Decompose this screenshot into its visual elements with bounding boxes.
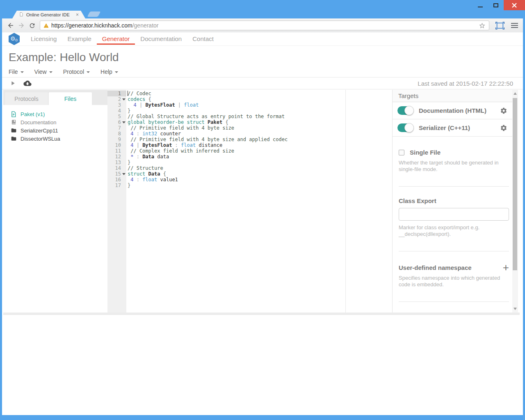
- option-user-defined-namespace: User-defined namespace+Specifies namespa…: [393, 264, 518, 288]
- close-button[interactable]: [504, 0, 525, 10]
- site-logo[interactable]: ⚙ ⚙: [9, 33, 20, 45]
- sidebar-tab-files[interactable]: Files: [49, 92, 92, 105]
- fold-arrow-icon[interactable]: [122, 121, 126, 123]
- code-editor[interactable]: 1234567891011121314151617 // Codeccodecs…: [107, 90, 392, 313]
- close-icon: [512, 3, 517, 8]
- content-bottom-divider: [3, 313, 520, 315]
- gear-icon[interactable]: [500, 124, 507, 132]
- nav-item-contact[interactable]: Contact: [187, 32, 219, 45]
- folder-icon: [11, 128, 17, 133]
- refresh-button[interactable]: [27, 20, 37, 31]
- code-token: 4: [128, 177, 133, 183]
- add-icon[interactable]: +: [503, 264, 509, 271]
- extension-icon[interactable]: [494, 20, 506, 31]
- play-icon: [9, 80, 16, 87]
- browser-menu-icon[interactable]: [509, 20, 520, 31]
- minimize-button[interactable]: [472, 0, 488, 10]
- class-export-input[interactable]: [399, 208, 509, 221]
- gutter-line: 1: [107, 91, 126, 96]
- targets-scrollbar[interactable]: [512, 90, 518, 313]
- gutter-line: 13: [107, 160, 126, 165]
- tree-item-dissectorwslua[interactable]: DissectorWSLua: [11, 135, 107, 143]
- menu-file[interactable]: File: [9, 68, 24, 75]
- option-label[interactable]: Single File: [410, 149, 441, 156]
- browser-toolbar: https://generator.hicknhack.com/generato…: [2, 18, 523, 32]
- code-token: {: [160, 171, 166, 177]
- nav-item-example[interactable]: Example: [62, 32, 96, 45]
- forward-button[interactable]: [16, 20, 27, 31]
- code-token: global byteorder-be struct: [128, 119, 208, 125]
- toggle-switch[interactable]: [397, 123, 413, 132]
- code-token: }: [128, 183, 130, 188]
- folder-icon: [11, 136, 17, 142]
- code-line: 4 | BytesFloat | float: [128, 102, 392, 108]
- browser-window: Online Generator IDE × https://generator…: [0, 0, 525, 420]
- bookmark-star-icon[interactable]: [479, 22, 486, 29]
- code-token: Data: [148, 171, 160, 177]
- line-number: 5: [118, 114, 121, 119]
- code-line: }: [128, 108, 392, 114]
- code-token: 4: [128, 131, 133, 137]
- nav-item-licensing[interactable]: Licensing: [25, 32, 62, 45]
- tree-item-serializercpp11[interactable]: SerializerCpp11: [11, 126, 107, 135]
- code-token: Data: [142, 154, 154, 160]
- fold-arrow-icon[interactable]: [122, 173, 126, 175]
- editor-gutter: 1234567891011121314151617: [107, 90, 126, 313]
- code-token: Paket: [208, 119, 222, 125]
- scrollbar-thumb[interactable]: [513, 98, 517, 270]
- code-line: }: [128, 183, 392, 188]
- tab-close-icon[interactable]: ×: [76, 12, 79, 17]
- menu-protocol[interactable]: Protocol: [63, 68, 90, 75]
- site-nav-items: LicensingExampleGeneratorDocumentationCo…: [25, 35, 219, 43]
- targets-panel: Targets Documentation (HTML)Serializer (…: [392, 90, 518, 313]
- checkbox-row: Single File: [399, 149, 509, 156]
- divider: [399, 186, 509, 187]
- site-navigation: ⚙ ⚙ LicensingExampleGeneratorDocumentati…: [2, 32, 523, 46]
- scroll-down-icon[interactable]: [514, 308, 517, 310]
- tree-item-paket-v1[interactable]: PPaket (v1): [11, 110, 107, 118]
- gear-icon: ⚙: [15, 39, 18, 42]
- caret-down-icon: [49, 71, 52, 73]
- code-token: // Primitive field with 4 byte size: [128, 125, 234, 131]
- address-bar[interactable]: https://generator.hicknhack.com/generato…: [40, 21, 489, 30]
- new-tab-button[interactable]: [87, 11, 101, 17]
- cloud-download-icon: [23, 80, 32, 87]
- code-token: *: [128, 154, 133, 160]
- tree-item-label: Paket (v1): [21, 111, 45, 117]
- cloud-download-button[interactable]: [23, 80, 32, 87]
- menu-help[interactable]: Help: [100, 68, 118, 75]
- toggle-switch[interactable]: [397, 106, 413, 115]
- checkbox-single-file[interactable]: [399, 150, 404, 155]
- last-saved-text: Last saved at 2015-02-17 22:22:50: [418, 80, 513, 87]
- code-token: BytesFloat: [142, 142, 172, 148]
- fold-arrow-icon[interactable]: [122, 98, 126, 100]
- line-number: 8: [118, 131, 121, 137]
- nav-item-generator[interactable]: Generator: [97, 32, 135, 45]
- caret-down-icon: [115, 71, 118, 73]
- code-line: // Complex field with inferred size: [128, 148, 392, 154]
- code-token: :: [133, 131, 142, 137]
- gear-icon[interactable]: [500, 107, 507, 114]
- code-line: 4 : int32 counter: [128, 131, 392, 137]
- gutter-line: 3: [107, 102, 126, 108]
- option-label: User-defined namespace: [399, 264, 472, 271]
- caret-down-icon: [87, 71, 90, 73]
- scroll-up-icon[interactable]: [514, 92, 517, 95]
- line-number: 17: [115, 183, 121, 188]
- minimize-icon: [478, 7, 483, 7]
- maximize-button[interactable]: [488, 0, 504, 10]
- divider: [399, 301, 509, 302]
- run-button[interactable]: [9, 80, 16, 87]
- code-token: counter: [157, 131, 181, 137]
- back-button[interactable]: [5, 20, 16, 31]
- nav-item-documentation[interactable]: Documentation: [135, 32, 187, 45]
- menu-view[interactable]: View: [34, 68, 52, 75]
- sidebar-tab-protocols[interactable]: Protocols: [5, 92, 48, 105]
- code-line: // Global Structure acts as entry point …: [128, 114, 392, 119]
- svg-text:P: P: [13, 113, 15, 116]
- browser-tab[interactable]: Online Generator IDE ×: [12, 11, 85, 18]
- caret-down-icon: [21, 71, 24, 73]
- tree-item-documentation[interactable]: Documentation: [11, 118, 107, 126]
- code-token: distance: [196, 142, 222, 148]
- editor-code-area[interactable]: // Codeccodecs { 4 | BytesFloat | float}…: [126, 90, 392, 313]
